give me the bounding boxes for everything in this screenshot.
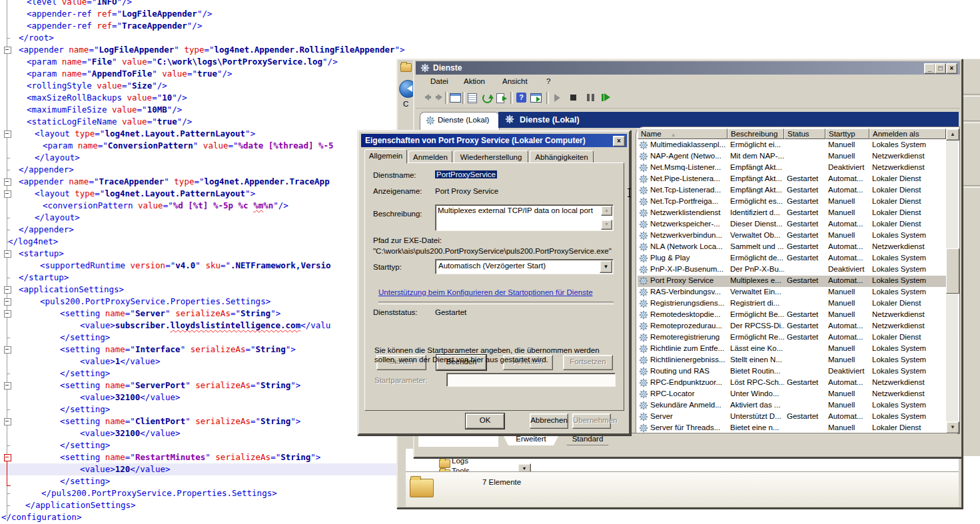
maximize-button[interactable]: □	[935, 63, 946, 74]
start-service-button[interactable]	[552, 92, 564, 104]
service-logon-as: Lokaler Dienst	[872, 174, 946, 182]
restart-service-button[interactable]	[600, 92, 612, 104]
scroll-down-button[interactable]: ▼	[601, 220, 612, 230]
column-header-status[interactable]: Status	[784, 129, 825, 139]
start-params-input[interactable]	[446, 373, 616, 387]
service-description: Ermöglicht Be...	[730, 310, 784, 318]
show-console-tree-button[interactable]	[449, 92, 462, 104]
service-row[interactable]: Net.Tcp-Portfreiga...Ermöglicht es...Ges…	[638, 196, 946, 208]
title-bar[interactable]: Eigenschaften von Port Proxy Service (Lo…	[361, 134, 627, 147]
tree-pane-bottom	[418, 433, 498, 447]
service-row[interactable]: Net.Pipe-Listenera...Empfängt Akt...Gest…	[638, 174, 946, 185]
fold-toggle[interactable]	[4, 47, 11, 54]
fold-toggle[interactable]	[4, 131, 11, 138]
service-row[interactable]: PnP-X-IP-Busenum...Der PnP-X-Bu...Deakti…	[638, 264, 946, 276]
fold-tick	[7, 242, 10, 242]
scroll-down-button[interactable]: ▼	[946, 421, 959, 433]
services-list[interactable]: Multimediaklassenpl...Ermöglicht ei...Ma…	[638, 140, 946, 433]
scrollbar-thumb[interactable]	[946, 248, 959, 294]
ok-button[interactable]: OK	[466, 413, 504, 429]
vertical-scrollbar[interactable]: ▲ ▼	[946, 129, 958, 432]
minimize-button[interactable]: _	[924, 63, 935, 74]
service-name: Net.Msmq-Listener...	[650, 163, 728, 171]
menu-item-3[interactable]: Ansicht	[500, 77, 530, 86]
abbrechen-button[interactable]: Abbrechen	[530, 413, 568, 429]
fold-toggle[interactable]	[4, 250, 11, 258]
service-row[interactable]: Port Proxy ServiceMultiplexes e...Gestar…	[638, 276, 946, 287]
column-header-anmelden-als[interactable]: Anmelden als	[869, 129, 946, 139]
fold-toggle[interactable]	[4, 382, 11, 390]
scroll-up-button[interactable]: ▲	[946, 129, 959, 140]
fold-toggle[interactable]	[4, 286, 11, 294]
service-logon-as: Lokaler Dienst	[872, 197, 946, 205]
fold-toggle[interactable]	[4, 190, 11, 198]
service-row[interactable]: NLA (Network Loca...Sammelt und ...Gesta…	[638, 242, 946, 253]
help-button[interactable]: ?	[516, 92, 528, 104]
service-name-label: Dienstname:	[373, 171, 416, 179]
description-textarea[interactable]: Multiplexes external TCP/IP data on loca…	[435, 204, 614, 231]
service-row[interactable]: Netzwerkverbindun...Verwaltet Ob...Gesta…	[638, 230, 946, 242]
fold-toggle[interactable]	[4, 454, 11, 461]
properties-button[interactable]	[466, 92, 479, 104]
service-logon-as: Netzwerkdienst	[872, 242, 946, 250]
service-row[interactable]: Richtlinie zum Entfe...Lässt eine Ko...M…	[638, 344, 946, 355]
forward-icon	[433, 92, 446, 104]
pause-service-button[interactable]	[584, 92, 596, 104]
close-button[interactable]: ×	[946, 63, 957, 74]
service-row[interactable]: NetzwerklistendienstIdentifiziert d...Ge…	[638, 208, 946, 219]
service-row[interactable]: Routing und RASBietet Routin...Deaktivie…	[638, 366, 946, 378]
extended-standard-view-button[interactable]	[530, 92, 543, 104]
fold-toggle[interactable]	[4, 298, 11, 306]
startup-options-help-link[interactable]: Unterstützung beim Konfigurieren der Sta…	[378, 288, 593, 296]
service-row[interactable]: Registrierungsdiens...Registriert di...M…	[638, 298, 946, 310]
service-row[interactable]: Remotedesktopdie...Ermöglicht Be...Gesta…	[638, 310, 946, 321]
menu-item-4[interactable]: ?	[544, 77, 553, 86]
service-row[interactable]: Plug & PlayErmöglicht de...GestartetAuto…	[638, 253, 946, 264]
stop-service-button[interactable]	[568, 92, 580, 104]
title-bar[interactable]: Dienste _□×	[416, 61, 960, 75]
fold-toggle[interactable]	[4, 346, 11, 354]
dialog-tab-wiederherstellung[interactable]: Wiederherstellung	[454, 150, 528, 163]
combo-dropdown-button[interactable]: ▼	[600, 260, 612, 273]
service-row[interactable]: Multimediaklassenpl...Ermöglicht ei...Ma…	[638, 140, 946, 151]
dialog-tab-abhangigkeiten[interactable]: Abhängigkeiten	[530, 150, 594, 163]
menu-item-2[interactable]: Aktion	[461, 77, 488, 86]
service-row[interactable]: Netzwerkspeicher-...Dieser Dienst...Gest…	[638, 219, 946, 230]
service-row[interactable]: RemoteregistrierungErmöglicht Re...Gesta…	[638, 332, 946, 344]
menu-item-1[interactable]: Datei	[428, 77, 451, 86]
startup-type-select[interactable]: Automatisch (Verzögerter Start) ▼	[435, 259, 614, 274]
service-description: Mit dem NAP-...	[730, 152, 784, 160]
service-row[interactable]: Server für Threads...Bietet eine n...Man…	[638, 423, 946, 433]
ubernehmen-button[interactable]: Übernehmen	[572, 413, 611, 429]
service-row[interactable]: ServerUnterstützt D...GestartetAutomat..…	[638, 411, 946, 423]
dialog-tab-allgemein[interactable]: Allgemein	[364, 149, 407, 164]
service-row[interactable]: Sekundäre Anmeld...Aktiviert das ...Manu…	[638, 400, 946, 411]
column-header-starttyp[interactable]: Starttyp	[825, 129, 869, 139]
service-row[interactable]: Net.Msmq-Listener...Empfängt Akt...Deakt…	[638, 162, 946, 174]
code-line: <conversionPattern value="%d [%t] %-5p %…	[0, 200, 288, 212]
start-params-hint: Sie können die Startparameter angeben, d…	[374, 346, 616, 364]
fold-toggle[interactable]	[4, 178, 11, 186]
service-row[interactable]: NAP-Agent (Netwo...Mit dem NAP-...Manuel…	[638, 151, 946, 162]
service-name-value[interactable]: PortProxyService	[435, 170, 497, 178]
service-row[interactable]: Net.Tcp-Listenerad...Empfängt Akt...Gest…	[638, 185, 946, 196]
fold-toggle[interactable]	[4, 418, 11, 425]
forward-button[interactable]	[433, 92, 446, 104]
dialog-tab-anmelden[interactable]: Anmelden	[408, 150, 452, 163]
export-list-button[interactable]	[496, 92, 508, 104]
column-header-beschreibung[interactable]: Beschreibung	[728, 129, 784, 139]
service-row[interactable]: RPC-Endpunktzuor...Löst RPC-Sch...Gestar…	[638, 378, 946, 389]
fold-toggle[interactable]	[4, 310, 11, 318]
console-tree-root-tab[interactable]: Dienste (Lokal)	[420, 112, 500, 129]
code-line: <value>1</value>	[0, 356, 160, 368]
service-row[interactable]: Richtlinienergebniss...Stellt einen N...…	[638, 355, 946, 366]
service-logon-as: Lokales System	[872, 288, 946, 296]
service-row[interactable]: RAS-Verbindungsv...Verwaltet Ein...Manue…	[638, 287, 946, 298]
refresh-button[interactable]	[481, 92, 494, 104]
back-button[interactable]	[421, 92, 434, 104]
close-button[interactable]: ×	[613, 136, 625, 146]
scroll-up-button[interactable]: ▲	[601, 206, 612, 216]
service-row[interactable]: Remoteprozedurau...Der RPCSS-Di...Gestar…	[638, 321, 946, 332]
column-header-name[interactable]: Name▲	[638, 129, 728, 139]
service-row[interactable]: RPC-LocatorUnter Windo...ManuellNetzwerk…	[638, 389, 946, 400]
